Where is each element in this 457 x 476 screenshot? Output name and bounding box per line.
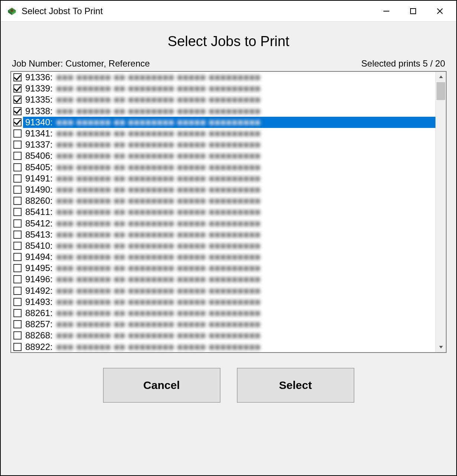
job-details-redacted: ■■■ ■■■■■■ ■■ ■■■■■■■■ ■■■■■ ■■■■■■■■■: [56, 286, 261, 296]
jobs-listbox[interactable]: 91336:■■■ ■■■■■■ ■■ ■■■■■■■■ ■■■■■ ■■■■■…: [10, 71, 447, 353]
job-number: 88922:: [25, 342, 52, 352]
list-item[interactable]: 91490:■■■ ■■■■■■ ■■ ■■■■■■■■ ■■■■■ ■■■■■…: [11, 184, 435, 195]
job-checkbox[interactable]: [13, 152, 22, 160]
list-item[interactable]: 85405:■■■ ■■■■■■ ■■ ■■■■■■■■ ■■■■■ ■■■■■…: [11, 162, 435, 173]
list-item[interactable]: 91493:■■■ ■■■■■■ ■■ ■■■■■■■■ ■■■■■ ■■■■■…: [11, 296, 435, 308]
job-checkbox[interactable]: [13, 73, 22, 81]
job-checkbox[interactable]: [13, 343, 22, 351]
job-details-redacted: ■■■ ■■■■■■ ■■ ■■■■■■■■ ■■■■■ ■■■■■■■■■: [56, 342, 261, 352]
titlebar-buttons: [373, 1, 453, 22]
job-checkbox[interactable]: [13, 208, 22, 216]
list-item[interactable]: 91337:■■■ ■■■■■■ ■■ ■■■■■■■■ ■■■■■ ■■■■■…: [11, 139, 435, 150]
list-item-text: 85413:■■■ ■■■■■■ ■■ ■■■■■■■■ ■■■■■ ■■■■■…: [23, 229, 435, 240]
job-checkbox[interactable]: [13, 298, 22, 306]
list-item[interactable]: 88261:■■■ ■■■■■■ ■■ ■■■■■■■■ ■■■■■ ■■■■■…: [11, 308, 435, 319]
list-item-text: 88260:■■■ ■■■■■■ ■■ ■■■■■■■■ ■■■■■ ■■■■■…: [23, 195, 435, 206]
list-item[interactable]: 91335:■■■ ■■■■■■ ■■ ■■■■■■■■ ■■■■■ ■■■■■…: [11, 94, 435, 105]
list-item-text: 91490:■■■ ■■■■■■ ■■ ■■■■■■■■ ■■■■■ ■■■■■…: [23, 184, 435, 195]
scroll-up-arrow-icon[interactable]: [436, 72, 446, 82]
job-details-redacted: ■■■ ■■■■■■ ■■ ■■■■■■■■ ■■■■■ ■■■■■■■■■: [56, 196, 261, 206]
scroll-thumb[interactable]: [437, 82, 445, 100]
list-item[interactable]: 91495:■■■ ■■■■■■ ■■ ■■■■■■■■ ■■■■■ ■■■■■…: [11, 263, 435, 274]
list-item[interactable]: 91340:■■■ ■■■■■■ ■■ ■■■■■■■■ ■■■■■ ■■■■■…: [11, 117, 435, 128]
job-details-redacted: ■■■ ■■■■■■ ■■ ■■■■■■■■ ■■■■■ ■■■■■■■■■: [56, 274, 261, 284]
svg-marker-8: [439, 75, 443, 78]
job-checkbox[interactable]: [13, 287, 22, 295]
list-item[interactable]: 91336:■■■ ■■■■■■ ■■ ■■■■■■■■ ■■■■■ ■■■■■…: [11, 72, 435, 83]
job-checkbox[interactable]: [13, 275, 22, 283]
select-button[interactable]: Select: [237, 368, 354, 403]
list-item[interactable]: 91339:■■■ ■■■■■■ ■■ ■■■■■■■■ ■■■■■ ■■■■■…: [11, 83, 435, 94]
minimize-button[interactable]: [373, 1, 400, 22]
maximize-button[interactable]: [400, 1, 427, 22]
list-item[interactable]: 91492:■■■ ■■■■■■ ■■ ■■■■■■■■ ■■■■■ ■■■■■…: [11, 285, 435, 296]
list-item-text: 88922:■■■ ■■■■■■ ■■ ■■■■■■■■ ■■■■■ ■■■■■…: [23, 341, 435, 353]
job-checkbox[interactable]: [13, 264, 22, 272]
list-item-text: 91337:■■■ ■■■■■■ ■■ ■■■■■■■■ ■■■■■ ■■■■■…: [23, 139, 435, 150]
job-checkbox[interactable]: [13, 84, 22, 93]
list-item[interactable]: 88260:■■■ ■■■■■■ ■■ ■■■■■■■■ ■■■■■ ■■■■■…: [11, 195, 435, 206]
job-details-redacted: ■■■ ■■■■■■ ■■ ■■■■■■■■ ■■■■■ ■■■■■■■■■: [56, 229, 261, 240]
close-button[interactable]: [427, 1, 453, 22]
job-details-redacted: ■■■ ■■■■■■ ■■ ■■■■■■■■ ■■■■■ ■■■■■■■■■: [56, 218, 261, 229]
list-item-text: 88261:■■■ ■■■■■■ ■■ ■■■■■■■■ ■■■■■ ■■■■■…: [23, 308, 435, 319]
job-checkbox[interactable]: [13, 174, 22, 183]
job-checkbox[interactable]: [13, 107, 22, 115]
list-item[interactable]: 88257:■■■ ■■■■■■ ■■ ■■■■■■■■ ■■■■■ ■■■■■…: [11, 319, 435, 330]
jobs-list-content: 91336:■■■ ■■■■■■ ■■ ■■■■■■■■ ■■■■■ ■■■■■…: [11, 72, 435, 352]
list-item-text: 88257:■■■ ■■■■■■ ■■ ■■■■■■■■ ■■■■■ ■■■■■…: [23, 319, 435, 330]
cancel-button[interactable]: Cancel: [103, 368, 221, 403]
dialog-button-row: Cancel Select: [10, 353, 447, 403]
job-details-redacted: ■■■ ■■■■■■ ■■ ■■■■■■■■ ■■■■■ ■■■■■■■■■: [56, 207, 261, 217]
job-number: 85410:: [25, 241, 52, 251]
job-checkbox[interactable]: [13, 320, 22, 328]
job-number: 85411:: [25, 207, 52, 217]
list-item[interactable]: 85411:■■■ ■■■■■■ ■■ ■■■■■■■■ ■■■■■ ■■■■■…: [11, 206, 435, 218]
job-details-redacted: ■■■ ■■■■■■ ■■ ■■■■■■■■ ■■■■■ ■■■■■■■■■: [56, 72, 261, 83]
list-item[interactable]: 91494:■■■ ■■■■■■ ■■ ■■■■■■■■ ■■■■■ ■■■■■…: [11, 251, 435, 263]
list-item-text: 91335:■■■ ■■■■■■ ■■ ■■■■■■■■ ■■■■■ ■■■■■…: [23, 94, 435, 105]
job-checkbox[interactable]: [13, 163, 22, 171]
job-details-redacted: ■■■ ■■■■■■ ■■ ■■■■■■■■ ■■■■■ ■■■■■■■■■: [56, 83, 261, 94]
list-item[interactable]: 85410:■■■ ■■■■■■ ■■ ■■■■■■■■ ■■■■■ ■■■■■…: [11, 240, 435, 251]
list-item[interactable]: 88268:■■■ ■■■■■■ ■■ ■■■■■■■■ ■■■■■ ■■■■■…: [11, 330, 435, 341]
job-checkbox[interactable]: [13, 242, 22, 250]
scroll-down-arrow-icon[interactable]: [436, 342, 446, 352]
app-icon: [7, 6, 17, 16]
job-number: 91495:: [25, 263, 52, 273]
job-details-redacted: ■■■ ■■■■■■ ■■ ■■■■■■■■ ■■■■■ ■■■■■■■■■: [56, 151, 261, 161]
job-number: 91340:: [25, 117, 52, 128]
list-item[interactable]: 91341:■■■ ■■■■■■ ■■ ■■■■■■■■ ■■■■■ ■■■■■…: [11, 128, 435, 139]
job-checkbox[interactable]: [13, 186, 22, 194]
list-item[interactable]: 88922:■■■ ■■■■■■ ■■ ■■■■■■■■ ■■■■■ ■■■■■…: [11, 341, 435, 353]
svg-point-3: [11, 9, 13, 12]
list-item[interactable]: 91496:■■■ ■■■■■■ ■■ ■■■■■■■■ ■■■■■ ■■■■■…: [11, 274, 435, 285]
list-item[interactable]: 91338:■■■ ■■■■■■ ■■ ■■■■■■■■ ■■■■■ ■■■■■…: [11, 106, 435, 117]
scroll-track[interactable]: [436, 82, 446, 342]
job-checkbox[interactable]: [13, 309, 22, 317]
list-item-text: 91494:■■■ ■■■■■■ ■■ ■■■■■■■■ ■■■■■ ■■■■■…: [23, 251, 435, 263]
job-number: 88261:: [25, 308, 52, 318]
job-checkbox[interactable]: [13, 197, 22, 205]
job-checkbox[interactable]: [13, 219, 22, 228]
list-item-text: 85406:■■■ ■■■■■■ ■■ ■■■■■■■■ ■■■■■ ■■■■■…: [23, 150, 435, 161]
job-details-redacted: ■■■ ■■■■■■ ■■ ■■■■■■■■ ■■■■■ ■■■■■■■■■: [56, 94, 261, 105]
list-item-text: 85411:■■■ ■■■■■■ ■■ ■■■■■■■■ ■■■■■ ■■■■■…: [23, 206, 435, 218]
job-checkbox[interactable]: [13, 96, 22, 104]
job-checkbox[interactable]: [13, 141, 22, 149]
list-item[interactable]: 85406:■■■ ■■■■■■ ■■ ■■■■■■■■ ■■■■■ ■■■■■…: [11, 150, 435, 161]
job-checkbox[interactable]: [13, 231, 22, 239]
job-checkbox[interactable]: [13, 118, 22, 126]
list-item[interactable]: 85412:■■■ ■■■■■■ ■■ ■■■■■■■■ ■■■■■ ■■■■■…: [11, 218, 435, 229]
list-header-row: Job Number: Customer, Reference Selected…: [10, 58, 447, 71]
list-item[interactable]: 85413:■■■ ■■■■■■ ■■ ■■■■■■■■ ■■■■■ ■■■■■…: [11, 229, 435, 240]
job-checkbox[interactable]: [13, 129, 22, 138]
job-number: 91337:: [25, 139, 52, 150]
job-checkbox[interactable]: [13, 331, 22, 340]
list-item[interactable]: 91491:■■■ ■■■■■■ ■■ ■■■■■■■■ ■■■■■ ■■■■■…: [11, 173, 435, 184]
list-item-text: 91495:■■■ ■■■■■■ ■■ ■■■■■■■■ ■■■■■ ■■■■■…: [23, 263, 435, 274]
vertical-scrollbar[interactable]: [435, 72, 446, 352]
dialog-window: Select Jobst To Print Select Jobs to Pri…: [0, 0, 457, 476]
job-details-redacted: ■■■ ■■■■■■ ■■ ■■■■■■■■ ■■■■■ ■■■■■■■■■: [56, 330, 261, 341]
job-checkbox[interactable]: [13, 253, 22, 261]
